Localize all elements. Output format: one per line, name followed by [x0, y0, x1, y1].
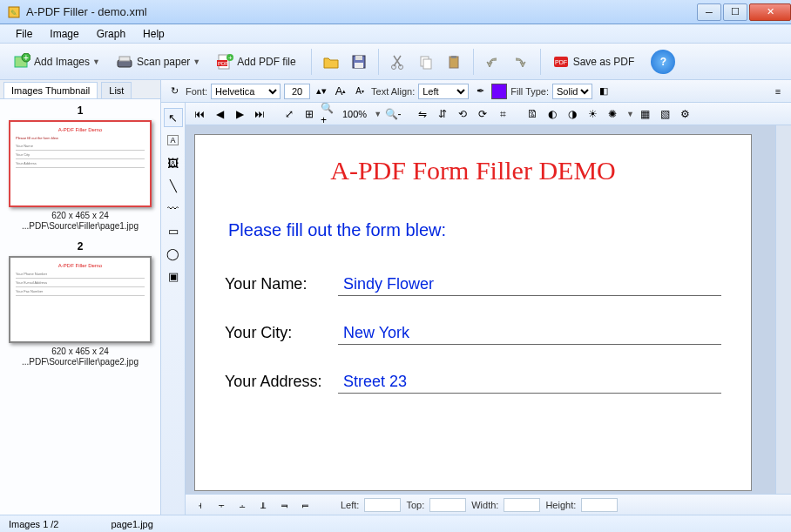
- pen-icon[interactable]: ✒: [472, 84, 488, 99]
- add-images-icon: +: [13, 53, 30, 71]
- font-larger-icon[interactable]: A▴: [333, 84, 348, 99]
- flip-v-icon[interactable]: ⇵: [434, 105, 451, 123]
- fill-select[interactable]: Solid: [552, 84, 592, 99]
- height-input[interactable]: [581, 498, 618, 512]
- nav-prev-icon[interactable]: ◀: [211, 105, 228, 123]
- undo-button[interactable]: [481, 50, 505, 74]
- minimize-button[interactable]: ─: [697, 3, 721, 21]
- maximize-button[interactable]: ☐: [723, 3, 747, 21]
- field-label: Your Address:: [225, 373, 338, 391]
- rotate-left-icon[interactable]: ⟲: [454, 105, 471, 123]
- svg-text:+: +: [24, 53, 29, 63]
- save-button[interactable]: [347, 50, 371, 74]
- format-toolbar: ↻ Font: Helvetica ▴▾ A▴ A▾ Text Align: L…: [161, 80, 791, 103]
- font-select[interactable]: Helvetica: [211, 84, 281, 99]
- nav-next-icon[interactable]: ▶: [231, 105, 248, 123]
- refresh-icon[interactable]: ↻: [166, 84, 182, 99]
- copy-button[interactable]: [414, 50, 438, 74]
- flip-h-icon[interactable]: ⇋: [414, 105, 431, 123]
- brightness-up-icon[interactable]: ☀: [584, 105, 601, 123]
- svg-text:✎: ✎: [10, 9, 17, 17]
- redo-button[interactable]: [509, 50, 533, 74]
- menu-file[interactable]: File: [7, 25, 41, 43]
- contrast2-icon[interactable]: ◑: [564, 105, 581, 123]
- align-select[interactable]: Left: [418, 84, 469, 99]
- pointer-tool[interactable]: ↖: [164, 108, 183, 127]
- add-pdf-button[interactable]: PDF+ Add PDF file: [210, 49, 301, 75]
- field-value[interactable]: Street 23: [338, 373, 721, 394]
- add-images-label: Add Images: [34, 56, 90, 68]
- thumb-number: 2: [5, 240, 155, 253]
- line-style-icon[interactable]: ≡: [770, 84, 786, 99]
- paste-button[interactable]: [442, 50, 466, 74]
- cut-button[interactable]: [386, 50, 410, 74]
- align-top-icon[interactable]: ⫫: [255, 497, 271, 513]
- effect1-icon[interactable]: 🖻: [524, 105, 541, 123]
- fit-page-icon[interactable]: ⊞: [301, 105, 318, 123]
- width-input[interactable]: [504, 498, 540, 512]
- zoom-out-icon[interactable]: 🔍-: [384, 105, 402, 123]
- align-center-icon[interactable]: ⫟: [213, 497, 229, 513]
- menu-image[interactable]: Image: [41, 25, 87, 43]
- help-button[interactable]: ?: [651, 50, 675, 74]
- zoom-in-icon[interactable]: 🔍+: [321, 105, 338, 123]
- thumbnail-2[interactable]: 2 A-PDF Filler Demo Your Phone Number Yo…: [5, 240, 155, 367]
- save-as-pdf-label: Save as PDF: [573, 56, 635, 68]
- color-swatch[interactable]: [491, 84, 507, 99]
- rectangle-tool[interactable]: ▭: [164, 221, 183, 240]
- thumb-dim: 620 x 465 x 24: [5, 347, 155, 357]
- top-input[interactable]: [429, 498, 466, 512]
- pencil-tool[interactable]: 〰: [164, 199, 183, 218]
- field-value[interactable]: Sindy Flower: [338, 275, 721, 296]
- left-input[interactable]: [364, 498, 401, 512]
- svg-rect-14: [355, 63, 363, 68]
- brightness-down-icon[interactable]: ✺: [604, 105, 621, 123]
- editor: ↻ Font: Helvetica ▴▾ A▴ A▾ Text Align: L…: [161, 80, 791, 515]
- canvas-wrap: ⏮ ◀ ▶ ⏭ ⤢ ⊞ 🔍+ 100% ▼ 🔍- ⇋ ⇵ ⟲ ⟳ ⌗: [186, 103, 791, 515]
- thumbnail-1[interactable]: 1 A-PDF Filler Demo Please fill out the …: [5, 104, 155, 232]
- tab-thumbnail[interactable]: Images Thumbnail: [3, 82, 98, 98]
- font-size-input[interactable]: [284, 84, 310, 99]
- line-tool[interactable]: ╲: [164, 176, 183, 195]
- add-images-button[interactable]: + Add Images ▼: [7, 49, 106, 75]
- save-as-pdf-button[interactable]: PDF Save as PDF: [546, 49, 641, 75]
- vertical-scrollbar[interactable]: [775, 125, 791, 494]
- tab-list[interactable]: List: [101, 82, 132, 98]
- size-stepper-icon[interactable]: ▴▾: [314, 84, 329, 99]
- align-right-icon[interactable]: ⫠: [234, 497, 250, 513]
- statusbar: Images 1 /2 page1.jpg: [0, 515, 791, 532]
- open-button[interactable]: [319, 50, 343, 74]
- canvas[interactable]: A-PDF Form Filler DEMO Please fill out t…: [186, 125, 775, 494]
- fill-color-icon[interactable]: ◧: [596, 84, 612, 99]
- image-tool[interactable]: 🖼: [164, 153, 183, 172]
- thumb-preview: A-PDF Filler Demo Your Phone Number Your…: [9, 256, 152, 343]
- pdf-save-icon: PDF: [552, 53, 570, 71]
- align-middle-icon[interactable]: ⫬: [276, 497, 292, 513]
- effects-dropdown-icon[interactable]: ▼: [626, 110, 634, 118]
- color-icon[interactable]: ▧: [657, 105, 674, 123]
- text-tool[interactable]: A: [164, 131, 183, 150]
- ellipse-tool[interactable]: ◯: [164, 244, 183, 263]
- rotate-right-icon[interactable]: ⟳: [474, 105, 491, 123]
- nav-first-icon[interactable]: ⏮: [191, 105, 208, 123]
- dropdown-icon: ▼: [193, 57, 200, 66]
- menu-help[interactable]: Help: [134, 25, 173, 43]
- align-left-icon[interactable]: ⫞: [193, 497, 208, 513]
- menu-graph[interactable]: Graph: [88, 25, 134, 43]
- font-smaller-icon[interactable]: A▾: [352, 84, 368, 99]
- thumbnails-panel: 1 A-PDF Filler Demo Please fill out the …: [0, 99, 160, 515]
- crop-icon[interactable]: ⌗: [494, 105, 511, 123]
- zoom-dropdown-icon[interactable]: ▼: [374, 110, 382, 118]
- thumb-preview: A-PDF Filler Demo Please fill out the fo…: [9, 120, 152, 207]
- scan-paper-button[interactable]: Scan paper ▼: [110, 49, 206, 75]
- stamp-tool[interactable]: ▣: [164, 266, 183, 286]
- field-value[interactable]: New York: [338, 324, 721, 345]
- contrast-icon[interactable]: ◐: [544, 105, 561, 123]
- settings-icon[interactable]: ⚙: [677, 105, 694, 123]
- add-pdf-label: Add PDF file: [237, 56, 295, 68]
- fit-width-icon[interactable]: ⤢: [281, 105, 298, 123]
- nav-last-icon[interactable]: ⏭: [251, 105, 268, 123]
- close-button[interactable]: ✕: [749, 3, 791, 21]
- gray-icon[interactable]: ▦: [637, 105, 654, 123]
- align-bottom-icon[interactable]: ⫭: [297, 497, 313, 513]
